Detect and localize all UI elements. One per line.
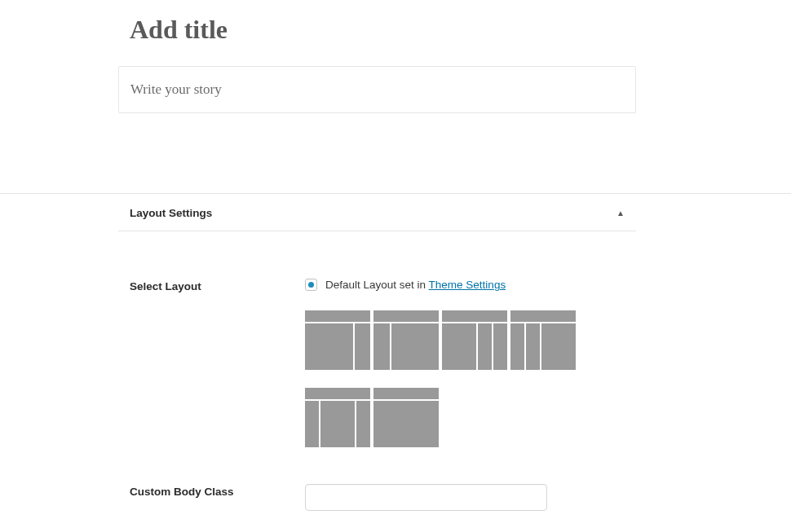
layout-header-bar-icon xyxy=(373,388,439,399)
default-layout-radio-label: Default Layout set in Theme Settings xyxy=(325,279,506,291)
default-layout-text-prefix: Default Layout set in xyxy=(325,279,429,291)
custom-body-class-control xyxy=(305,484,625,511)
layout-option-full-width[interactable] xyxy=(373,388,439,447)
layout-body-icon xyxy=(305,323,370,370)
layout-col-content-icon xyxy=(442,323,476,370)
layout-col-content-icon xyxy=(320,401,355,447)
layout-col-sidebar-icon xyxy=(478,323,492,370)
layout-header-bar-icon xyxy=(510,310,576,322)
layout-body-icon xyxy=(442,323,507,370)
radio-icon xyxy=(305,279,317,291)
post-content-input[interactable] xyxy=(130,81,624,98)
content-block-wrapper xyxy=(118,66,636,113)
layout-col-sidebar-icon xyxy=(305,401,319,447)
editor-area xyxy=(0,0,636,146)
select-layout-control: Default Layout set in Theme Settings xyxy=(305,279,625,447)
layout-col-content-icon xyxy=(305,323,353,370)
layout-col-content-icon xyxy=(541,323,576,370)
layout-col-sidebar-icon xyxy=(510,323,524,370)
layout-option-content-sidebar-sidebar[interactable] xyxy=(442,310,507,370)
layout-body-icon xyxy=(373,401,439,447)
layout-col-sidebar-icon xyxy=(373,323,390,370)
layout-col-content-icon xyxy=(373,401,439,447)
collapse-triangle-icon: ▲ xyxy=(616,209,625,218)
layout-settings-metabox: Layout Settings ▲ Select Layout Default … xyxy=(118,194,636,532)
layout-col-content-icon xyxy=(391,323,440,370)
metabox-title: Layout Settings xyxy=(130,207,212,219)
post-title-input[interactable] xyxy=(118,0,636,61)
layout-col-sidebar-icon xyxy=(355,323,371,370)
layout-option-content-sidebar[interactable] xyxy=(305,310,370,370)
layout-body-icon xyxy=(373,323,439,370)
layout-option-sidebar-content[interactable] xyxy=(373,310,439,370)
layout-row-gap xyxy=(305,373,582,385)
layout-col-sidebar-icon xyxy=(493,323,507,370)
layout-header-bar-icon xyxy=(305,310,370,322)
layout-header-bar-icon xyxy=(373,310,439,322)
layout-options-grid xyxy=(305,310,582,447)
custom-body-class-field: Custom Body Class xyxy=(130,484,625,511)
select-layout-field: Select Layout Default Layout set in Them… xyxy=(130,279,625,447)
layout-body-icon xyxy=(510,323,576,370)
custom-body-class-input[interactable] xyxy=(305,484,547,511)
default-layout-radio-row[interactable]: Default Layout set in Theme Settings xyxy=(305,279,625,291)
layout-header-bar-icon xyxy=(305,388,370,399)
metabox-body: Select Layout Default Layout set in Them… xyxy=(118,231,636,532)
custom-body-class-label: Custom Body Class xyxy=(130,484,305,511)
layout-col-sidebar-icon xyxy=(356,401,370,447)
layout-col-sidebar-icon xyxy=(526,323,540,370)
layout-header-bar-icon xyxy=(442,310,507,322)
layout-option-sidebar-content-sidebar[interactable] xyxy=(305,388,370,447)
metabox-header[interactable]: Layout Settings ▲ xyxy=(118,194,636,231)
layout-body-icon xyxy=(305,401,370,447)
select-layout-label: Select Layout xyxy=(130,279,305,447)
theme-settings-link[interactable]: Theme Settings xyxy=(429,279,506,291)
layout-option-sidebar-sidebar-content[interactable] xyxy=(510,310,576,370)
radio-dot-icon xyxy=(308,282,314,288)
